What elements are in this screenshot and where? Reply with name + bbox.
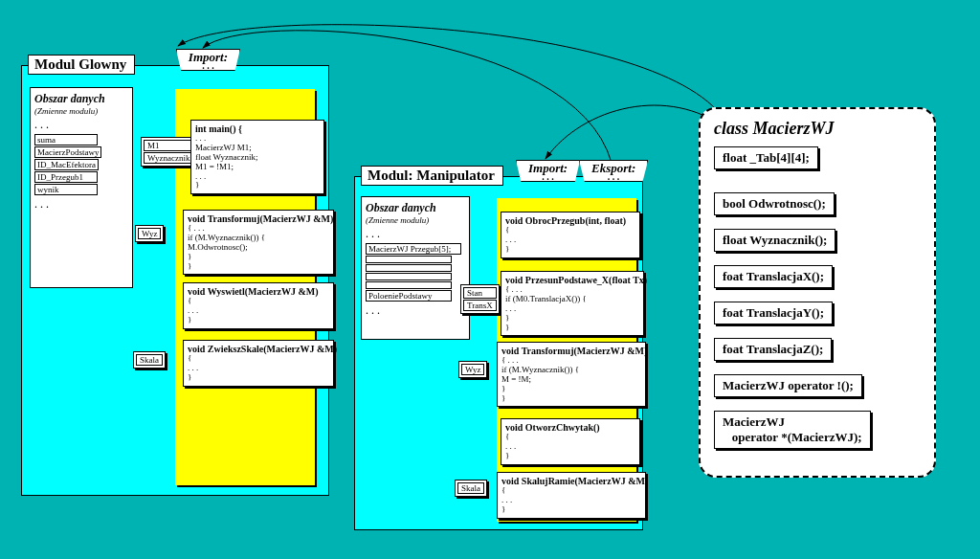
func-main-sig: int main() { bbox=[195, 123, 320, 134]
arr-cell bbox=[366, 281, 452, 289]
code-line: . . . bbox=[188, 364, 329, 373]
pill-stack-transform2: Wyz bbox=[458, 361, 487, 378]
func-przesun: void PrzesunPodstawe_X(float Tx) { . . .… bbox=[501, 271, 644, 336]
code-line: } bbox=[188, 262, 329, 272]
func-przesun-sig: void PrzesunPodstawe_X(float Tx) bbox=[505, 275, 639, 285]
pill-skala: Skala bbox=[457, 482, 484, 494]
module-main-data-area: Obszar danych (Zmienne modulu) . . . sum… bbox=[30, 87, 133, 288]
func-main: int main() { . . . MacierzWJ M1; float W… bbox=[190, 120, 324, 194]
code-line: . . . bbox=[505, 235, 635, 245]
var-field: ID_Przegub1 bbox=[34, 171, 98, 183]
func-otworz: void OtworzChwytak() { . . . } bbox=[501, 418, 640, 465]
pill-wyznacznik: Wyznacznik bbox=[144, 152, 193, 164]
func-transform-sig: void Transformuj(MacierzWJ &M) bbox=[188, 213, 329, 224]
code-line: . . . bbox=[188, 306, 329, 316]
arr-cell bbox=[366, 256, 452, 263]
class-member: MacierzWJ operator *(MacierzWJ); bbox=[714, 411, 871, 449]
pill-stack-skala2: Skala bbox=[455, 480, 487, 497]
class-member: float _Tab[4][4]; bbox=[714, 146, 818, 169]
code-line: . . . bbox=[195, 172, 320, 182]
arr-label: MacierzWJ Przegub[5]; bbox=[366, 243, 461, 255]
pill-stack-transform: Wyz bbox=[135, 225, 164, 242]
module-manip-import-tab: Import: . . . bbox=[516, 160, 580, 182]
pill-wyz: Wyz bbox=[461, 364, 484, 375]
pill-m1: M1 bbox=[144, 140, 193, 151]
pill-stack-skala: Skala bbox=[133, 351, 166, 369]
dots-icon: . . . bbox=[366, 227, 465, 241]
dots-icon: . . . bbox=[34, 197, 128, 212]
arr-cell bbox=[366, 273, 452, 280]
pill-stan: Stan bbox=[463, 287, 497, 299]
code-line: } bbox=[188, 316, 329, 325]
var-field: MacierzPodstawy bbox=[34, 146, 101, 158]
module-main-import-tab: Import: . . . bbox=[176, 49, 240, 71]
class-member: MacierzWJ operator !(); bbox=[714, 374, 862, 397]
code-line: } bbox=[195, 181, 320, 190]
class-member: bool Odwrotnosc(); bbox=[714, 192, 835, 215]
func-wyswietl-sig: void Wyswietl(MacierzWJ &M) bbox=[188, 286, 329, 297]
dots-icon: . . . bbox=[366, 303, 465, 318]
class-member: foat TranslacjaX(); bbox=[714, 265, 833, 288]
code-line: } bbox=[188, 373, 329, 383]
code-line: . . . bbox=[501, 496, 641, 505]
var-field: ID_MacEfektora bbox=[34, 159, 99, 170]
pill-wyz: Wyz bbox=[138, 228, 161, 239]
class-title: class MacierzWJ bbox=[714, 119, 921, 139]
code-line: . . . bbox=[505, 442, 635, 452]
code-line: M.Odwrotnosc(); bbox=[188, 243, 329, 253]
code-line: } bbox=[501, 505, 641, 515]
func-zwieksz-sig: void ZwiekszSkale(MacierzWJ &M) bbox=[188, 344, 329, 354]
data-area-subheading: (Zmienne modulu) bbox=[34, 106, 128, 116]
module-manip-panel: Modul: Manipulator Import: . . . Eksport… bbox=[354, 176, 643, 530]
class-member: foat TranslacjaZ(); bbox=[714, 338, 832, 361]
data-area-subheading: (Zmienne modulu) bbox=[366, 215, 465, 225]
class-macierzwj-panel: class MacierzWJ float _Tab[4][4]; bool O… bbox=[699, 107, 936, 478]
module-main-title: Modul Glowny bbox=[28, 55, 135, 75]
func-transform2-sig: void Transformuj(MacierzWJ &M) bbox=[501, 346, 641, 356]
pill-transx: TransX bbox=[463, 300, 497, 311]
arr-cell bbox=[366, 264, 452, 272]
func-transform: void Transformuj(MacierzWJ &M) { . . . i… bbox=[183, 210, 334, 275]
data-area-heading: Obszar danych bbox=[366, 201, 465, 215]
code-line: { bbox=[501, 486, 641, 496]
func-otworz-sig: void OtworzChwytak() bbox=[505, 422, 635, 433]
func-zwieksz: void ZwiekszSkale(MacierzWJ &M) { . . . … bbox=[183, 340, 334, 387]
code-line: { bbox=[188, 297, 329, 306]
code-line: . . . bbox=[505, 304, 639, 314]
var-field: suma bbox=[34, 134, 98, 145]
code-line: } bbox=[505, 324, 639, 333]
class-member: foat TranslacjaY(); bbox=[714, 302, 833, 324]
module-manip-export-tab: Eksport: . . . bbox=[579, 160, 648, 182]
func-obroc: void ObrocPrzegub(int, float) { . . . } bbox=[501, 212, 640, 258]
code-line: } bbox=[505, 314, 639, 324]
func-transform-2: void Transformuj(MacierzWJ &M) { . . . i… bbox=[497, 342, 646, 407]
code-line: } bbox=[505, 245, 635, 255]
pill-stack-main: M1 Wyznacznik bbox=[141, 137, 196, 167]
pill-stack-przesun: Stan TransX bbox=[460, 284, 500, 314]
module-manip-data-area: Obszar danych (Zmienne modulu) . . . Mac… bbox=[361, 196, 470, 340]
code-line: M = !M; bbox=[501, 375, 641, 385]
dots-icon: . . . bbox=[34, 118, 128, 132]
module-main-panel: Modul Glowny Import: . . . Obszar danych… bbox=[21, 65, 329, 496]
code-line: if (M0.TranslacjaX()) { bbox=[505, 295, 639, 304]
func-obroc-sig: void ObrocPrzegub(int, float) bbox=[505, 215, 635, 226]
code-line: { bbox=[505, 433, 635, 442]
polozenie-field: PoloeniePodstawy bbox=[366, 290, 452, 302]
pill-skala: Skala bbox=[136, 354, 163, 366]
code-line: } bbox=[505, 452, 635, 461]
data-area-heading: Obszar danych bbox=[34, 92, 128, 106]
func-wyswietl: void Wyswietl(MacierzWJ &M) { . . . } bbox=[183, 282, 334, 329]
code-line: { bbox=[188, 354, 329, 364]
code-line: } bbox=[501, 394, 641, 404]
class-member: float Wyznacznik(); bbox=[714, 229, 835, 252]
var-field: wynik bbox=[34, 184, 98, 195]
func-skaluj-sig: void SkalujRamie(MacierzWJ &M) bbox=[501, 476, 641, 486]
code-line: } bbox=[501, 385, 641, 394]
func-skaluj: void SkalujRamie(MacierzWJ &M) { . . . } bbox=[497, 472, 646, 519]
code-line: M1 = !M1; bbox=[195, 163, 320, 172]
code-line: { bbox=[505, 226, 635, 235]
code-line: } bbox=[188, 253, 329, 262]
module-manip-title: Modul: Manipulator bbox=[361, 166, 503, 186]
